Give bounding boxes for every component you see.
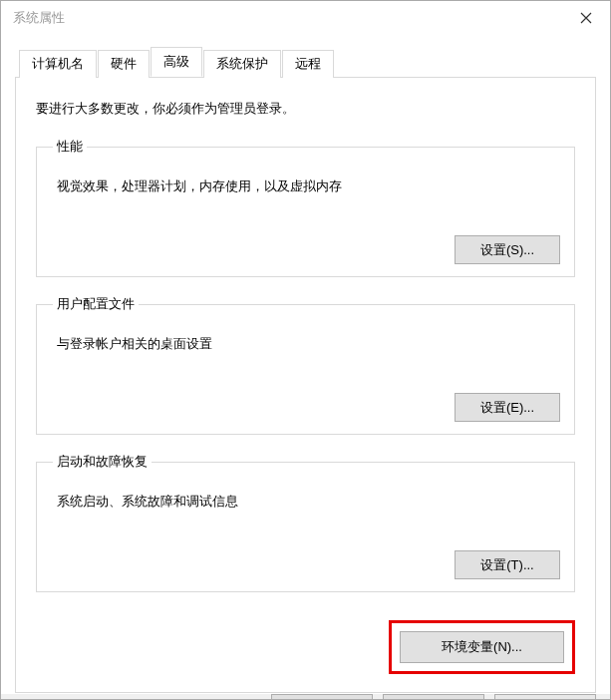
content-area: 计算机名 硬件 高级 系统保护 远程 要进行大多数更改，你必须作为管理员登录。 … — [1, 35, 610, 693]
performance-group: 性能 视觉效果，处理器计划，内存使用，以及虚拟内存 设置(S)... — [36, 138, 575, 277]
cancel-button[interactable]: 取消 — [383, 694, 484, 700]
environment-variables-button[interactable]: 环境变量(N)... — [400, 631, 564, 663]
startup-recovery-desc: 系统启动、系统故障和调试信息 — [51, 481, 560, 511]
admin-notice: 要进行大多数更改，你必须作为管理员登录。 — [36, 100, 575, 118]
ok-button[interactable]: 确定 — [271, 694, 373, 700]
apply-button[interactable]: 应用(A) — [494, 694, 596, 700]
tab-system-protection[interactable]: 系统保护 — [203, 50, 281, 78]
tab-computer-name[interactable]: 计算机名 — [19, 50, 97, 78]
tab-remote[interactable]: 远程 — [282, 50, 334, 78]
window-title: 系统属性 — [13, 9, 65, 27]
user-profiles-group: 用户配置文件 与登录帐户相关的桌面设置 设置(E)... — [36, 295, 575, 435]
close-icon — [580, 12, 592, 24]
title-bar: 系统属性 — [1, 1, 610, 35]
env-vars-highlight: 环境变量(N)... — [389, 620, 575, 674]
close-button[interactable] — [562, 1, 610, 35]
tab-hardware[interactable]: 硬件 — [98, 50, 150, 78]
env-vars-row: 环境变量(N)... — [36, 620, 575, 674]
tab-strip: 计算机名 硬件 高级 系统保护 远程 — [19, 47, 596, 77]
user-profiles-legend: 用户配置文件 — [53, 295, 139, 313]
tabs-container: 计算机名 硬件 高级 系统保护 远程 — [15, 47, 596, 77]
performance-desc: 视觉效果，处理器计划，内存使用，以及虚拟内存 — [51, 166, 560, 195]
performance-legend: 性能 — [53, 138, 87, 156]
startup-recovery-group: 启动和故障恢复 系统启动、系统故障和调试信息 设置(T)... — [36, 453, 575, 592]
tab-panel-advanced: 要进行大多数更改，你必须作为管理员登录。 性能 视觉效果，处理器计划，内存使用，… — [15, 77, 596, 693]
startup-recovery-settings-button[interactable]: 设置(T)... — [455, 550, 560, 579]
tab-advanced[interactable]: 高级 — [151, 47, 202, 77]
dialog-footer: 确定 取消 应用(A) — [1, 693, 610, 700]
user-profiles-settings-button[interactable]: 设置(E)... — [455, 393, 560, 422]
user-profiles-desc: 与登录帐户相关的桌面设置 — [51, 323, 560, 353]
performance-settings-button[interactable]: 设置(S)... — [455, 235, 560, 264]
startup-recovery-legend: 启动和故障恢复 — [53, 453, 152, 471]
